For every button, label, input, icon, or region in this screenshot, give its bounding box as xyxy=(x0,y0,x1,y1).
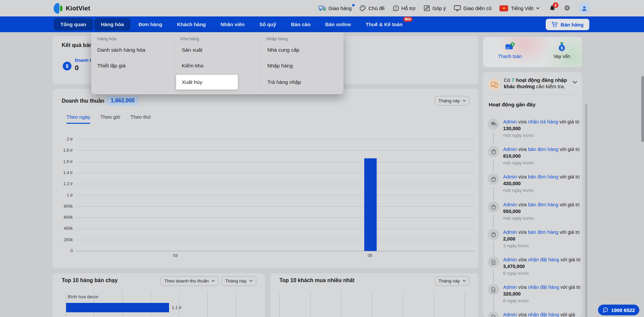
nav-item-thue-ke-toan[interactable]: Thuế & Kế toán Mới xyxy=(359,18,409,31)
activity-user[interactable]: Admin xyxy=(503,284,517,290)
activity-item[interactable]: Admin vừa bán đơn hàng với giá trị 810,0… xyxy=(483,146,582,173)
nav-item-tong-quan[interactable]: Tổng quan xyxy=(54,18,93,31)
activity-user[interactable]: Admin xyxy=(503,202,517,207)
activity-item[interactable]: Admin vừa bán đơn hàng với giá trị 550,0… xyxy=(483,201,582,229)
shortcut-vay-von[interactable]: $ Vay vốn xyxy=(542,42,582,59)
top-products-sort-select[interactable]: Theo doanh thu thuần xyxy=(161,276,218,286)
brand-logo[interactable]: KiotViet xyxy=(54,0,90,16)
old-interface-menu[interactable]: Giao diện cũ xyxy=(454,5,491,11)
activity-connector xyxy=(493,159,494,172)
tab-theo-gio[interactable]: Theo giờ xyxy=(100,114,120,124)
nav-item-khach-hang[interactable]: Khách hàng xyxy=(170,18,213,31)
activity-action[interactable]: nhận đặt hàng xyxy=(528,284,559,290)
nav-item-bao-cao[interactable]: Báo cáo xyxy=(284,18,317,31)
feedback-label: Góp ý xyxy=(432,5,446,11)
shortcut-label: Vay vốn xyxy=(553,54,570,59)
nav-item-don-hang[interactable]: Đơn hàng xyxy=(132,18,169,31)
tab-theo-ngay[interactable]: Theo ngày xyxy=(66,114,90,124)
help-icon xyxy=(393,5,399,11)
activity-card: Có 7 hoạt động đăng nhập khác thường cần… xyxy=(483,72,582,317)
activity-time: một ngày trước xyxy=(503,133,581,138)
activity-user[interactable]: Admin xyxy=(503,257,517,262)
activity-item[interactable]: Admin vừa bán đơn hàng với giá trị 2,000… xyxy=(483,229,582,256)
activity-user[interactable]: Admin xyxy=(503,312,517,317)
menu-item-xuat-huy[interactable]: Xuất hủy xyxy=(182,79,202,85)
alert-icon-wrap xyxy=(488,78,500,91)
top-products-controls: Theo doanh thu thuần Tháng này xyxy=(161,276,256,286)
menu-item-san-xuat[interactable]: Sản xuất xyxy=(182,47,202,53)
nav-item-ban-online[interactable]: Bán online xyxy=(319,18,358,31)
feedback-menu[interactable]: Góp ý xyxy=(424,5,446,11)
alert-expand-button[interactable] xyxy=(573,81,577,84)
menu-item-kiem-kho[interactable]: Kiểm kho xyxy=(182,63,204,69)
menu-col-header-hang-hoa: Hàng hóa xyxy=(97,36,116,41)
vietnam-flag-icon: ★ xyxy=(499,5,508,11)
activity-action[interactable]: nhận trả hàng xyxy=(528,119,558,124)
activity-user[interactable]: Admin xyxy=(503,147,517,152)
gridline xyxy=(434,292,434,317)
menu-item-nha-cung-cap[interactable]: Nhà cung cấp xyxy=(267,47,300,53)
chevron-down-icon xyxy=(211,280,215,282)
activity-action[interactable]: bán đơn hàng xyxy=(528,229,558,235)
user-avatar[interactable] xyxy=(578,2,590,14)
top-products-period-select[interactable]: Tháng này xyxy=(221,276,256,286)
page-scrollbar[interactable] xyxy=(641,76,644,142)
y-tick: 1.2 tr xyxy=(63,181,73,186)
activity-connector xyxy=(493,187,494,200)
menu-item-danh-sach-hang-hoa[interactable]: Danh sách hàng hóa xyxy=(97,47,145,53)
activity-user[interactable]: Admin xyxy=(503,174,517,179)
language-selector[interactable]: ★ Tiếng Việt xyxy=(499,5,540,11)
product-bar[interactable] xyxy=(66,303,169,312)
nav-item-hang-hoa[interactable]: Hàng hóa xyxy=(94,18,130,31)
login-alert-text[interactable]: Có 7 hoạt động đăng nhập khác thường cần… xyxy=(504,77,571,90)
activity-action[interactable]: bán đơn hàng xyxy=(528,202,558,207)
activity-word: với giá trị xyxy=(559,229,579,235)
language-label: Tiếng Việt xyxy=(511,5,533,11)
menu-item-nhap-hang[interactable]: Nhập hàng xyxy=(267,63,293,69)
settings-button[interactable]: ⚙ xyxy=(564,5,570,12)
activity-time: một ngày trước xyxy=(503,160,581,165)
alert-count: 7 xyxy=(512,77,514,83)
hotline-chat-button[interactable]: 1900 6522 xyxy=(598,305,639,315)
activity-item[interactable]: Admin vừa nhận đặt hàng với giá xyxy=(483,311,582,317)
product-bar-value: 1.1 tr xyxy=(172,305,182,310)
notifications-button[interactable]: 2 xyxy=(549,5,556,12)
activity-item[interactable]: Admin vừa bán đơn hàng với giá trị 430,0… xyxy=(483,173,582,201)
top-customers-period-select[interactable]: Tháng này xyxy=(435,276,470,286)
top-customers-title: Top 10 khách mua nhiều nhất xyxy=(279,277,355,283)
sell-button[interactable]: Bán hàng xyxy=(546,19,589,30)
gridline xyxy=(236,291,236,317)
y-tick: 800k xyxy=(64,204,73,209)
activity-user[interactable]: Admin xyxy=(503,119,517,124)
tab-theo-thu[interactable]: Theo thứ xyxy=(130,114,151,124)
support-menu[interactable]: Hỗ trợ xyxy=(393,5,416,11)
activity-word: với giá trị xyxy=(560,284,580,290)
theme-menu[interactable]: Chủ đề xyxy=(360,5,384,11)
nav-item-so-quy[interactable]: Sổ quỹ xyxy=(253,18,283,31)
activity-item[interactable]: Admin vừa nhận trả hàng với giá trị 130,… xyxy=(483,118,582,146)
activity-action[interactable]: bán đơn hàng xyxy=(528,174,558,179)
period-value: Tháng này xyxy=(438,278,460,283)
revenue-total: 1,662,000 xyxy=(106,96,139,106)
activity-item[interactable]: Admin vừa nhận đặt hàng với giá trị 320,… xyxy=(483,284,582,311)
revenue-period-select[interactable]: Tháng này xyxy=(435,96,470,106)
delivery-menu[interactable]: Giao hàng xyxy=(319,5,352,11)
gear-icon: ⚙ xyxy=(564,5,570,12)
activity-user[interactable]: Admin xyxy=(503,229,517,235)
brand-name: KiotViet xyxy=(66,5,90,12)
activity-time: một ngày trước xyxy=(503,188,581,193)
activity-sentence: Admin vừa nhận đặt hàng với giá xyxy=(503,311,581,317)
activity-action[interactable]: nhận đặt hàng xyxy=(528,312,559,317)
nav-item-nhan-vien[interactable]: Nhân viên xyxy=(214,18,252,31)
activity-action[interactable]: nhận đặt hàng xyxy=(528,257,559,262)
y-tick: 1.6 tr xyxy=(63,159,73,164)
menu-item-tra-hang-nhap[interactable]: Trả hàng nhập xyxy=(267,79,301,85)
shortcut-thanh-toan[interactable]: $ Thanh toán xyxy=(490,42,530,59)
activity-value: 430,000 xyxy=(503,181,521,186)
activity-word: với giá trị xyxy=(559,202,579,207)
sidebar-scrollbar[interactable] xyxy=(585,104,587,317)
menu-item-thiet-lap-gia[interactable]: Thiết lập giá xyxy=(97,63,125,69)
revenue-bar-05[interactable] xyxy=(364,158,377,251)
activity-action[interactable]: bán đơn hàng xyxy=(528,147,558,152)
activity-item[interactable]: Admin vừa nhận đặt hàng với giá trị 3,47… xyxy=(483,256,582,284)
